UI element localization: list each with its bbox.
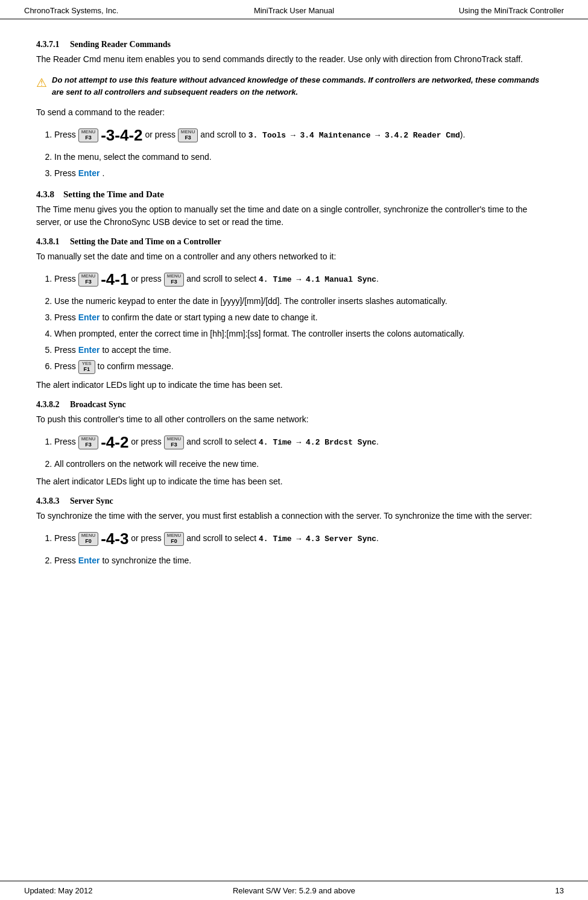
page-footer: Updated: May 2012 Relevant S/W Ver: 5.2.…: [0, 881, 588, 900]
or-press-4: or press: [131, 533, 163, 543]
section-4381-title: Setting the Date and Time on a Controlle…: [70, 237, 221, 246]
footer-page: 13: [384, 886, 564, 895]
step-4383-1-prefix: Press: [54, 533, 78, 543]
step-4381-6: Press YES F1 to confirm message.: [54, 360, 552, 374]
step-4381-3-prefix: Press: [54, 312, 78, 322]
menu-key-8: MENU F0: [164, 532, 185, 546]
section-4383-steps: Press MENU F0 -4-3 or press MENU F0 and …: [54, 527, 552, 567]
section-4382-heading: 4.3.8.2 Broadcast Sync: [36, 400, 552, 410]
step-4382-1-prefix: Press: [54, 437, 78, 446]
section-4382-after: The alert indicator LEDs light up to ind…: [36, 475, 552, 488]
step-4381-4: When prompted, enter the correct time in…: [54, 328, 552, 340]
yes-key: YES F1: [78, 360, 95, 374]
section-4371-num: 4.3.7.1: [36, 40, 60, 49]
enter-2: Enter: [78, 312, 100, 322]
section-4382-steps: Press MENU F3 -4-2 or press MENU F3 and …: [54, 431, 552, 471]
nav-path-3: 4. Time → 4.2 Brdcst Sync: [259, 438, 376, 447]
header-company: ChronoTrack Systems, Inc.: [24, 6, 204, 15]
step-4381-1-prefix: Press: [54, 274, 78, 284]
nav-path-2: 4. Time → 4.1 Manual Sync: [259, 275, 376, 284]
enter-4: Enter: [78, 556, 100, 565]
section-4381-heading: 4.3.8.1 Setting the Date and Time on a C…: [36, 237, 552, 247]
page: ChronoTrack Systems, Inc. MiniTrack User…: [0, 0, 588, 900]
or-press-2: or press: [131, 274, 163, 284]
and-scroll-3: and scroll to select: [186, 437, 259, 446]
header-title: MiniTrack User Manual: [204, 6, 384, 15]
and-scroll-1: and scroll to: [200, 130, 248, 139]
step-4383-2-prefix: Press: [54, 556, 78, 565]
or-press-1: or press: [145, 130, 177, 139]
step-4381-1: Press MENU F3 -4-1 or press MENU F3 and …: [54, 268, 552, 291]
shortcut-342: -3-4-2: [101, 126, 142, 144]
section-4382-title: Broadcast Sync: [70, 400, 126, 409]
shortcut-41: -4-1: [101, 270, 128, 288]
step-4382-2-text: All controllers on the network will rece…: [54, 459, 259, 469]
section-4382-num: 4.3.8.2: [36, 400, 60, 409]
step-4371-1-prefix: Press: [54, 130, 76, 139]
section-4371-title: Sending Reader Commands: [70, 40, 171, 49]
step-4381-2: Use the numeric keypad to enter the date…: [54, 295, 552, 308]
step-4371-1: Press MENU F3 -3-4-2 or press MENU F3: [54, 124, 552, 147]
section-4371-intro: To send a command to the reader:: [36, 106, 552, 119]
step-4382-2: All controllers on the network will rece…: [54, 458, 552, 471]
header-section: Using the MiniTrack Controller: [384, 6, 564, 15]
and-scroll-4: and scroll to select: [186, 533, 259, 543]
step-4371-2-text: In the menu, select the command to send.: [54, 152, 212, 162]
footer-updated: Updated: May 2012: [24, 886, 204, 895]
section-438-title: Setting the Time and Date: [63, 189, 164, 199]
step-4381-2-text: Use the numeric keypad to enter the date…: [54, 296, 447, 306]
step-4381-3-suffix: to confirm the date or start typing a ne…: [102, 312, 317, 322]
and-scroll-2: and scroll to select: [186, 274, 259, 284]
section-438-num: 4.3.8: [36, 189, 54, 199]
step-4383-1: Press MENU F0 -4-3 or press MENU F0 and …: [54, 527, 552, 551]
step-4371-3-prefix: Press: [54, 168, 78, 178]
warning-box: ⚠ Do not attempt to use this feature wit…: [36, 72, 552, 100]
enter-1: Enter: [78, 168, 100, 178]
step-4381-4-text: When prompted, enter the correct time in…: [54, 329, 464, 338]
menu-key-2: MENU F3: [178, 128, 198, 142]
menu-key-1: MENU F3: [78, 128, 99, 142]
menu-key-5: MENU F3: [78, 436, 99, 449]
menu-key-4: MENU F3: [164, 273, 185, 287]
warning-text: Do not attempt to use this feature witho…: [52, 74, 552, 98]
section-4381-intro: To manually set the date and time on a c…: [36, 250, 552, 263]
menu-key-3: MENU F3: [78, 273, 99, 287]
step-4371-3-suffix: .: [102, 168, 104, 178]
step-4381-5: Press Enter to accept the time.: [54, 344, 552, 357]
step-4371-2: In the menu, select the command to send.: [54, 151, 552, 163]
step-4371-3: Press Enter .: [54, 167, 552, 180]
or-press-3: or press: [131, 437, 163, 446]
section-4383-body: To synchronize the time with the server,…: [36, 510, 552, 522]
step-4381-5-suffix: to accept the time.: [102, 345, 171, 355]
section-4371-body: The Reader Cmd menu item enables you to …: [36, 53, 552, 66]
section-4371-steps: Press MENU F3 -3-4-2 or press MENU F3: [54, 124, 552, 180]
step-4383-2: Press Enter to synchronize the time.: [54, 554, 552, 567]
step-4381-5-prefix: Press: [54, 345, 78, 355]
section-4381-num: 4.3.8.1: [36, 237, 60, 246]
footer-version: Relevant S/W Ver: 5.2.9 and above: [204, 886, 384, 895]
menu-key-6: MENU F3: [164, 436, 185, 449]
section-4383-title: Server Sync: [70, 496, 113, 505]
nav-path-4: 4. Time → 4.3 Server Sync: [259, 534, 376, 543]
section-438-heading: 4.3.8 Setting the Time and Date: [36, 189, 552, 200]
menu-key-7: MENU F0: [78, 532, 99, 546]
shortcut-43: -4-3: [101, 530, 128, 548]
section-4381-steps: Press MENU F3 -4-1 or press MENU F3 and …: [54, 268, 552, 374]
section-4371-heading: 4.3.7.1 Sending Reader Commands: [36, 40, 552, 49]
warning-icon: ⚠: [36, 75, 47, 90]
step-4381-6-suffix: to confirm message.: [98, 361, 174, 371]
page-header: ChronoTrack Systems, Inc. MiniTrack User…: [0, 0, 588, 19]
enter-3: Enter: [78, 345, 100, 355]
section-4383-num: 4.3.8.3: [36, 496, 60, 505]
shortcut-42: -4-2: [101, 433, 128, 451]
step-4383-2-suffix: to synchronize the time.: [102, 556, 191, 565]
section-438-body: The Time menu gives you the option to ma…: [36, 203, 552, 229]
section-4383-heading: 4.3.8.3 Server Sync: [36, 496, 552, 506]
step-4381-3: Press Enter to confirm the date or start…: [54, 311, 552, 324]
step-4382-1: Press MENU F3 -4-2 or press MENU F3 and …: [54, 431, 552, 454]
main-content: 4.3.7.1 Sending Reader Commands The Read…: [0, 19, 588, 881]
nav-path-1: 3. Tools → 3.4 Maintenance → 3.4.2 Reade…: [248, 131, 460, 140]
section-4382-intro: To push this controller's time to all ot…: [36, 413, 552, 426]
step-4381-6-prefix: Press: [54, 361, 78, 371]
section-4381-after: The alert indicator LEDs light up to ind…: [36, 379, 552, 391]
